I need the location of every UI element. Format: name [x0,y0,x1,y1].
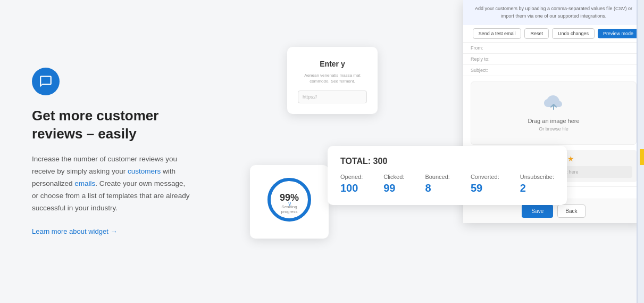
save-button[interactable]: Save [522,204,553,218]
feature-icon-circle [32,68,60,95]
description-text: Increase the number of customer reviews … [32,153,191,215]
undo-changes-button[interactable]: Undo changes [552,28,595,39]
composer-top-bar: Add your customers by uploading a comma-… [463,0,644,25]
email-form-card: Enter y Aenean venenatis massa matcommod… [287,47,378,114]
subject-label: Subject: [471,68,497,73]
highlight-customers: customers [128,167,161,175]
stat-opened: Opened: 100 [340,174,363,194]
browse-file-link[interactable]: Or browse file [539,126,568,132]
email-form-title: Enter y [298,60,367,68]
from-field-row: From: [463,43,644,54]
image-drop-area[interactable]: Drag an image here Or browse file [471,81,637,145]
right-edge-strip [637,0,644,303]
stats-row: Opened: 100 Clicked: 99 Bounced: 8 Conve… [340,174,554,194]
main-heading: Get more customer reviews – easily [32,107,191,143]
reply-to-label: Reply to: [471,56,497,62]
stat-unsubscribe-label: Unsubscribe: [520,174,554,180]
stat-clicked: Clicked: 99 [383,174,404,194]
learn-more-link[interactable]: Learn more about widget → [32,227,191,235]
stat-opened-value: 100 [340,182,358,194]
url-input[interactable]: https:// [298,91,367,103]
back-button[interactable]: Back [557,204,585,218]
yellow-accent [640,149,644,165]
stat-bounced-value: 8 [425,182,431,194]
from-label: From: [471,45,497,51]
progress-center: ∨ 99% Sending progress [278,186,302,214]
preview-mode-button[interactable]: Preview mode [598,29,639,38]
highlight-emails: emails [74,179,95,187]
stat-opened-label: Opened: [340,174,363,180]
chevron-icon: ∨ [288,201,291,207]
stat-clicked-value: 99 [383,182,395,194]
stats-total: TOTAL: 300 [340,157,554,166]
star-5[interactable]: ★ [567,154,574,163]
progress-circle: ∨ 99% Sending progress [265,176,313,224]
stat-unsubscribe: Unsubscribe: 2 [520,174,554,194]
message-icon [39,75,53,88]
stat-converted-value: 59 [471,182,482,194]
cloud-upload-icon [544,95,563,113]
email-form-subtitle: Aenean venenatis massa matcommodo. Sed f… [298,72,367,84]
progress-card: ∨ 99% Sending progress [250,165,329,239]
stat-bounced: Bounced: 8 [425,174,449,194]
reply-to-field-row: Reply to: [463,54,644,65]
send-test-email-button[interactable]: Send a test email [473,28,522,39]
drag-image-label: Drag an image here [528,118,579,124]
stat-bounced-label: Bounced: [425,174,449,180]
reset-button[interactable]: Reset [524,28,549,39]
right-panel: Enter y Aenean venenatis massa matcommod… [223,0,644,303]
subject-field-row: Subject: [463,65,644,76]
stat-clicked-label: Clicked: [383,174,404,180]
stat-converted-label: Converted: [471,174,499,180]
composer-toolbar: Send a test email Reset Undo changes Pre… [463,25,644,43]
stat-unsubscribe-value: 2 [520,182,526,194]
stats-card: TOTAL: 300 Opened: 100 Clicked: 99 Bounc… [328,146,567,205]
stat-converted: Converted: 59 [471,174,499,194]
left-panel: Get more customer reviews – easily Incre… [0,0,223,303]
